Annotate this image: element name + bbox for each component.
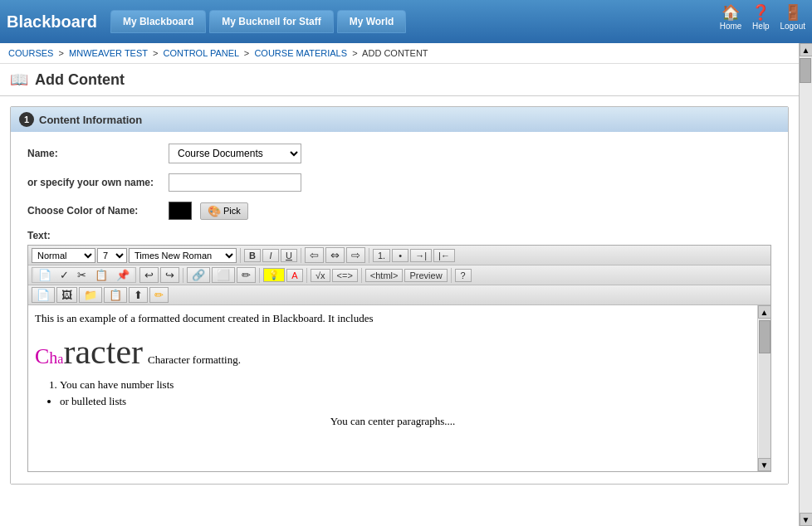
- ordered-list-button[interactable]: 1.: [373, 249, 390, 262]
- font-select[interactable]: Times New Roman Arial Courier New: [129, 248, 237, 263]
- editor-scroll-down[interactable]: ▼: [758, 458, 771, 471]
- color-label: Choose Color of Name:: [27, 205, 160, 217]
- indent-button[interactable]: →|: [410, 249, 432, 262]
- preview-button[interactable]: Preview: [404, 269, 447, 282]
- page-title: Add Content: [35, 71, 125, 89]
- own-name-label: or specify your own name:: [27, 177, 160, 188]
- doc3-button[interactable]: 📄: [32, 287, 55, 303]
- size-select[interactable]: 123 456 7: [97, 248, 127, 263]
- sep1: [240, 248, 241, 263]
- toolbar-row-3: 📄 🖼 📁 📋 ⬆ ✏: [28, 285, 770, 305]
- align-center-button[interactable]: ⇔: [325, 247, 345, 263]
- tab-my-world[interactable]: My World: [337, 10, 407, 33]
- help-icon-btn[interactable]: ❓ Help: [751, 3, 770, 31]
- sep7: [361, 268, 362, 283]
- copy-button[interactable]: 📋: [90, 268, 112, 282]
- clipboard3-button[interactable]: 📋: [104, 287, 127, 303]
- page-scroll-up[interactable]: ▲: [800, 43, 813, 56]
- name-select[interactable]: Course Documents Announcements Staff Inf…: [169, 144, 301, 163]
- top-bar: Blackboard My Blackboard My Bucknell for…: [0, 0, 812, 43]
- align-right-button[interactable]: ⇨: [346, 247, 365, 263]
- page-scroll-thumb[interactable]: [800, 58, 811, 83]
- name-row: Name: Course Documents Announcements Sta…: [27, 144, 771, 163]
- editor-content[interactable]: This is an example of a formatted docume…: [28, 305, 757, 471]
- html-source-button[interactable]: <html>: [365, 269, 404, 282]
- top-right-icons: 🏠 Home ❓ Help 🚪 Logout: [720, 3, 805, 31]
- toolbar-row-1: Normal Heading 1 Heading 2 123 456 7 Tim…: [28, 246, 770, 265]
- sep6: [306, 268, 307, 283]
- equation-button[interactable]: <=>: [332, 269, 358, 282]
- paste-button[interactable]: 📌: [112, 268, 134, 282]
- page-scroll-down[interactable]: ▼: [800, 513, 813, 526]
- tab-my-bucknell[interactable]: My Bucknell for Staff: [209, 10, 333, 33]
- breadcrumb: COURSES > MNWEAVER TEST > CONTROL PANEL …: [0, 43, 799, 64]
- breadcrumb-courses[interactable]: COURSES: [8, 48, 53, 58]
- editor-area: This is an example of a formatted docume…: [28, 305, 770, 471]
- breadcrumb-mnweaver[interactable]: MNWEAVER TEST: [69, 48, 148, 58]
- new-doc-button[interactable]: 📄: [34, 268, 56, 282]
- home-icon: 🏠: [722, 3, 740, 22]
- sep8: [451, 268, 452, 283]
- logout-icon-btn[interactable]: 🚪 Logout: [780, 3, 805, 31]
- spellcheck-button[interactable]: ✓: [56, 268, 73, 282]
- editor-help-button[interactable]: ?: [455, 269, 472, 282]
- editor-scroll-up[interactable]: ▲: [758, 305, 771, 319]
- pick-icon: 🎨: [208, 205, 221, 217]
- own-name-row: or specify your own name:: [27, 173, 771, 192]
- color-row: Choose Color of Name: 🎨 Pick: [27, 202, 771, 220]
- upload-button[interactable]: ⬆: [129, 287, 148, 303]
- editor-bullet-list: or bulleted lists: [60, 395, 751, 408]
- style-select[interactable]: Normal Heading 1 Heading 2: [32, 248, 95, 263]
- tab-my-blackboard[interactable]: My Blackboard: [110, 10, 206, 33]
- unordered-list-button[interactable]: •: [392, 249, 408, 262]
- logout-icon: 🚪: [784, 3, 802, 22]
- draw-button[interactable]: ✏: [237, 267, 256, 283]
- editor-wrapper: Normal Heading 1 Heading 2 123 456 7 Tim…: [27, 245, 771, 472]
- editor-scroll-thumb[interactable]: [759, 320, 770, 353]
- page-title-icon: 📖: [10, 71, 28, 89]
- italic-button[interactable]: I: [262, 249, 279, 262]
- color-preview: [169, 202, 192, 220]
- editor-numbered-list: You can have number lists: [60, 378, 751, 392]
- highlight-button[interactable]: 💡: [263, 268, 285, 282]
- underline-button[interactable]: U: [281, 249, 297, 262]
- align-left-button[interactable]: ⇦: [305, 247, 324, 263]
- undo-button[interactable]: ↩: [139, 267, 159, 283]
- cut-button[interactable]: ✂: [73, 268, 90, 282]
- table-button[interactable]: ⬜: [212, 267, 235, 283]
- redo-button[interactable]: ↪: [160, 267, 179, 283]
- math-button[interactable]: √x: [311, 269, 330, 282]
- section-body: Name: Course Documents Announcements Sta…: [11, 132, 788, 484]
- char-racter: racter: [63, 333, 143, 371]
- sep5: [259, 268, 260, 283]
- bold-button[interactable]: B: [244, 249, 261, 262]
- center-paragraph: You can center paragraphs....: [35, 415, 751, 428]
- breadcrumb-course-materials[interactable]: COURSE MATERIALS: [254, 48, 347, 58]
- editor-scroll-track: [759, 319, 770, 458]
- breadcrumb-control-panel[interactable]: CONTROL PANEL: [163, 48, 238, 58]
- char-formatting-text: Character formatting.: [148, 353, 241, 367]
- breadcrumb-add-content: ADD CONTENT: [362, 48, 428, 58]
- page-scrollbar[interactable]: ▲ ▼: [799, 43, 812, 526]
- folder-button[interactable]: 📁: [79, 287, 102, 303]
- pencil-button[interactable]: ✏: [149, 287, 169, 303]
- sep2: [301, 248, 301, 263]
- home-icon-btn[interactable]: 🏠 Home: [720, 3, 742, 31]
- page-scroll-track: [800, 56, 812, 513]
- list-item-1: You can have number lists: [60, 378, 751, 392]
- sep4: [183, 268, 183, 283]
- toolbar-row-2: 📄 ✓ ✂ 📋 📌 ↩ ↪ 🔗 ⬜ ✏ 💡: [28, 265, 770, 285]
- font-color-button[interactable]: A: [286, 269, 303, 282]
- char-h: h: [49, 348, 57, 367]
- pick-color-button[interactable]: 🎨 Pick: [200, 202, 248, 220]
- editor-scrollbar[interactable]: ▲ ▼: [757, 305, 770, 471]
- char-demo: Character: [35, 332, 143, 372]
- outdent-button[interactable]: |←: [433, 249, 455, 262]
- name-label: Name:: [27, 148, 160, 159]
- own-name-input[interactable]: [169, 173, 301, 192]
- page-title-bar: 📖 Add Content: [0, 64, 799, 96]
- link-button[interactable]: 🔗: [187, 267, 210, 283]
- char-C: C: [35, 344, 49, 368]
- image-button[interactable]: 🖼: [56, 287, 77, 303]
- help-icon: ❓: [751, 3, 770, 22]
